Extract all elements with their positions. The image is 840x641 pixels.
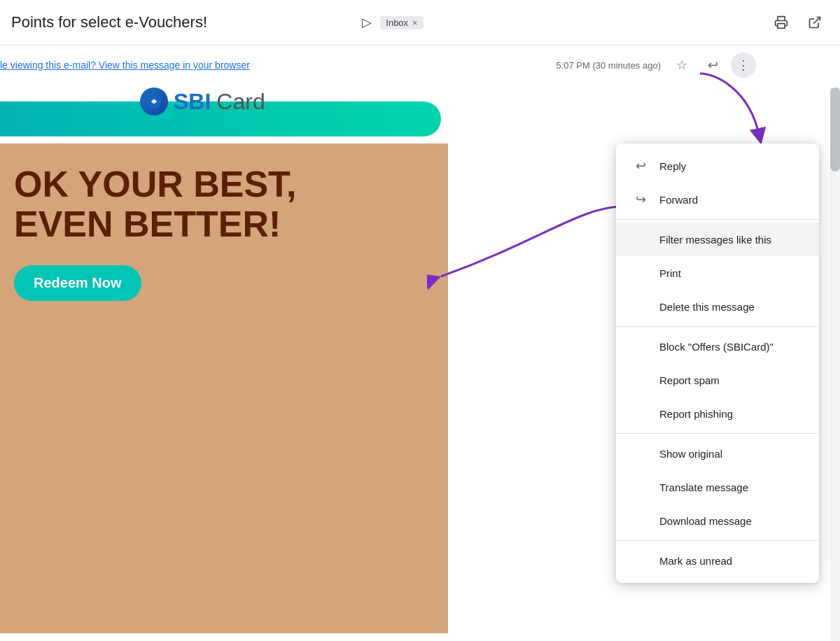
menu-divider-2 [616,326,819,327]
inbox-close-button[interactable]: × [412,17,418,28]
sbi-marketing-area: OK YOUR BEST, EVEN BETTER! Redeem Now [0,143,448,633]
email-header: Points for select e-Vouchers! ▷ Inbox × [0,0,840,45]
reply-button[interactable]: ↩ [700,52,725,78]
sbi-card-suffix: Card [216,89,265,115]
menu-item-report-spam[interactable]: Report spam [616,363,819,397]
inbox-label: Inbox [386,17,408,28]
scrollbar-thumb[interactable] [830,87,840,171]
sbi-logo-area: SBI Card [140,87,265,115]
menu-item-report-phishing[interactable]: Report phishing [616,397,819,430]
svg-line-1 [813,17,820,24]
forward-icon: ↪ [633,192,648,207]
menu-filter-label: Filter messages like this [659,234,802,246]
scrollbar-track[interactable] [830,87,840,641]
menu-divider-1 [616,219,819,220]
inbox-badge: Inbox × [380,16,423,29]
email-container: Points for select e-Vouchers! ▷ Inbox × [0,0,840,641]
menu-original-label: Show original [659,448,802,460]
menu-item-mark-unread[interactable]: Mark as unread [616,544,819,577]
menu-phishing-label: Report phishing [659,408,802,420]
menu-print-label: Print [659,267,802,279]
sbi-card-text: SBI [174,89,211,115]
sbi-headline: OK YOUR BEST, EVEN BETTER! [14,164,427,244]
print-button[interactable] [767,8,795,36]
email-subject: Points for select e-Vouchers! [11,13,355,31]
menu-item-delete[interactable]: Delete this message [616,290,819,323]
menu-item-filter[interactable]: Filter messages like this [616,223,819,256]
menu-item-download[interactable]: Download message [616,504,819,537]
svg-rect-0 [778,24,785,29]
menu-item-block[interactable]: Block "Offers (SBICard)" [616,330,819,363]
menu-item-reply[interactable]: ↩ Reply [616,149,819,183]
menu-delete-label: Delete this message [659,301,802,313]
redeem-now-button[interactable]: Redeem Now [14,265,141,301]
star-button[interactable]: ☆ [669,52,694,78]
menu-divider-3 [616,433,819,434]
message-action-bar: 5:07 PM (30 minutes ago) ☆ ↩ ⋮ [556,52,756,78]
menu-item-print[interactable]: Print [616,256,819,290]
view-browser-link[interactable]: le viewing this e-mail? View this messag… [0,59,250,71]
menu-item-translate[interactable]: Translate message [616,470,819,504]
dropdown-menu: ↩ Reply ↪ Forward Filter messages like t… [616,143,819,583]
menu-item-forward[interactable]: ↪ Forward [616,183,819,216]
email-body: le viewing this e-mail? View this messag… [0,45,840,641]
sbi-logo-icon [140,87,168,115]
header-actions [767,8,829,36]
menu-divider-4 [616,540,819,541]
menu-item-show-original[interactable]: Show original [616,437,819,470]
menu-download-label: Download message [659,515,802,527]
reply-icon: ↩ [633,158,648,174]
menu-block-label: Block "Offers (SBICard)" [659,341,802,353]
menu-unread-label: Mark as unread [659,555,802,567]
more-options-button[interactable]: ⋮ [731,52,756,78]
menu-forward-label: Forward [659,194,802,206]
snooze-icon: ▷ [362,15,372,30]
open-external-button[interactable] [801,8,829,36]
email-timestamp: 5:07 PM (30 minutes ago) [556,60,661,71]
menu-translate-label: Translate message [659,481,802,493]
menu-spam-label: Report spam [659,374,802,386]
menu-reply-label: Reply [659,160,802,172]
